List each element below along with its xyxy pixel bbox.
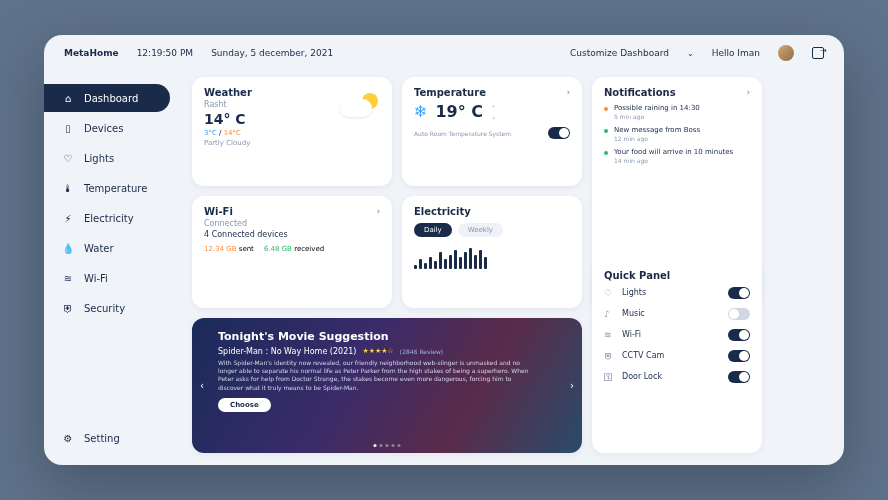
notification-text: New message from Boss [614,126,700,134]
sidebar-item-setting[interactable]: ⚙Setting [44,424,184,452]
electricity-card: Electricity Daily Weekly [402,196,582,308]
notification-time: 12 min ago [614,135,700,142]
weather-low: 3°C [204,129,217,137]
temp-down-button[interactable]: ⌄ [491,113,496,120]
weather-temp: 14° C [204,111,252,127]
notification-time: 5 min ago [614,113,700,120]
temp-up-button[interactable]: ⌃ [491,104,496,111]
quick-item-wifi: ≋Wi-Fi [604,329,750,341]
weather-high: 14°C [224,129,241,137]
quick-item-label: CCTV Cam [622,351,664,360]
card-title: Notifications [604,87,676,98]
sidebar-item-label: Devices [84,123,123,134]
electricity-chart [414,245,570,269]
quick-panel-card: Quick Panel ♡Lights ♪Music ≋Wi-Fi ⛨CCTV … [592,260,762,453]
notification-time: 14 min ago [614,157,733,164]
carousel-prev-button[interactable]: ‹ [200,380,204,391]
sidebar-item-devices[interactable]: ▯Devices [44,114,184,142]
sidebar-item-dashboard[interactable]: ⌂Dashboard [44,84,170,112]
doorlock-toggle[interactable] [728,371,750,383]
card-title: Weather [204,87,252,98]
temperature-card: Temperature› ❄ 19° C ⌃⌄ Auto Room Temper… [402,77,582,186]
shield-icon: ⛨ [62,302,74,314]
tab-daily[interactable]: Daily [414,223,452,237]
sidebar-item-label: Security [84,303,125,314]
sidebar-item-label: Lights [84,153,114,164]
quick-item-doorlock: ⚿Door Lock [604,371,750,383]
sidebar-item-wifi[interactable]: ≋Wi-Fi [44,264,184,292]
review-count: (2846 Review) [400,348,443,355]
quick-item-label: Wi-Fi [622,330,641,339]
device-icon: ▯ [62,122,74,134]
lights-toggle[interactable] [728,287,750,299]
wifi-recv-label: received [294,245,324,253]
temperature-value: 19° C [435,102,483,121]
main-content: Weather Rasht 14° C 3°C / 14°C Partly Cl… [184,71,844,465]
quick-item-label: Door Lock [622,372,662,381]
sidebar-item-lights[interactable]: ♡Lights [44,144,184,172]
bulb-icon: ♡ [604,288,614,298]
movie-heading: Tonight's Movie Suggestion [218,330,556,343]
quick-item-cctv: ⛨CCTV Cam [604,350,750,362]
chevron-right-icon[interactable]: › [567,88,570,97]
tab-weekly[interactable]: Weekly [458,223,503,237]
star-rating: ★★★★☆ [362,347,393,355]
chevron-down-icon[interactable]: ⌄ [687,49,694,58]
auto-temp-toggle[interactable] [548,127,570,139]
wifi-icon: ≋ [62,272,74,284]
clock-time: 12:19:50 PM [137,48,193,58]
choose-button[interactable]: Choose [218,398,271,412]
card-title: Quick Panel [604,270,670,281]
quick-item-lights: ♡Lights [604,287,750,299]
notification-item[interactable]: New message from Boss12 min ago [604,126,750,142]
snowflake-icon: ❄ [414,102,427,121]
notification-item[interactable]: Possible raining in 14:305 min ago [604,104,750,120]
quick-item-label: Lights [622,288,646,297]
app-window: MetaHome 12:19:50 PM Sunday, 5 december,… [44,35,844,465]
notification-item[interactable]: Your food will arrive in 10 minutes14 mi… [604,148,750,164]
weather-desc: Partly Cloudy [204,139,252,147]
logout-icon[interactable] [812,47,824,59]
shield-icon: ⛨ [604,351,614,361]
wifi-card: Wi-Fi› Connected 4 Connected devices 12.… [192,196,392,308]
customize-link[interactable]: Customize Dashboard [570,48,669,58]
sidebar-item-electricity[interactable]: ⚡Electricity [44,204,184,232]
drop-icon: 💧 [62,242,74,254]
wifi-toggle[interactable] [728,329,750,341]
status-dot-icon [604,129,608,133]
sidebar-item-security[interactable]: ⛨Security [44,294,184,322]
greeting: Hello Iman [712,48,760,58]
avatar[interactable] [778,45,794,61]
thermometer-icon: 🌡 [62,182,74,194]
wifi-sent-label: sent [239,245,254,253]
carousel-next-button[interactable]: › [570,380,574,391]
movie-description: With Spider-Man's identity now revealed,… [218,359,538,393]
wifi-status: Connected [204,219,380,228]
topbar: MetaHome 12:19:50 PM Sunday, 5 december,… [44,35,844,71]
wifi-devices: 4 Connected devices [204,230,380,239]
card-title: Wi-Fi [204,206,233,217]
wifi-recv-value: 6.48 GB [264,245,292,253]
music-toggle[interactable] [728,308,750,320]
wifi-sent-value: 12.34 GB [204,245,237,253]
sidebar-item-water[interactable]: 💧Water [44,234,184,262]
gear-icon: ⚙ [62,432,74,444]
chevron-right-icon[interactable]: › [377,207,380,216]
sidebar: ⌂Dashboard ▯Devices ♡Lights 🌡Temperature… [44,71,184,465]
movie-suggestion-card: ‹ › Tonight's Movie Suggestion Spider-Ma… [192,318,582,453]
sidebar-item-label: Temperature [84,183,147,194]
bolt-icon: ⚡ [62,212,74,224]
card-title: Temperature [414,87,486,98]
cctv-toggle[interactable] [728,350,750,362]
auto-temp-label: Auto Room Temperature System [414,130,511,137]
status-dot-icon [604,107,608,111]
sidebar-item-temperature[interactable]: 🌡Temperature [44,174,184,202]
wifi-icon: ≋ [604,330,614,340]
brand: MetaHome [64,48,119,58]
carousel-dots[interactable] [374,444,401,447]
weather-city: Rasht [204,100,252,109]
card-title: Electricity [414,206,471,217]
weather-card[interactable]: Weather Rasht 14° C 3°C / 14°C Partly Cl… [192,77,392,186]
chevron-right-icon[interactable]: › [747,88,750,97]
clock-date: Sunday, 5 december, 2021 [211,48,333,58]
